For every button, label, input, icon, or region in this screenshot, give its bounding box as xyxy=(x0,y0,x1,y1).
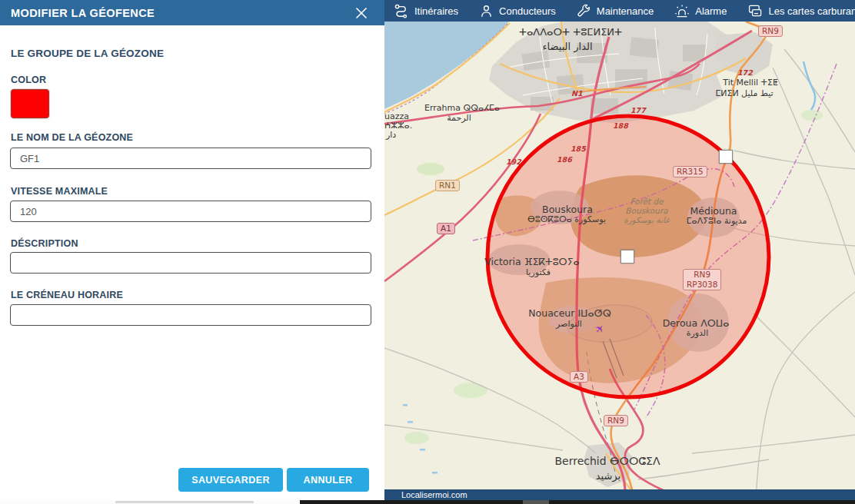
wrench-icon xyxy=(577,4,591,18)
toolbar-label: Les cartes carburant xyxy=(768,5,855,17)
driver-icon xyxy=(479,4,494,18)
place-dar-bouazza-arabic: دار xyxy=(386,130,396,140)
save-button[interactable]: SAUVEGARDER xyxy=(178,468,283,492)
place-victoria: Victoria ⴼⵉⴽⵜⵓⵔⵢⴰ xyxy=(484,256,579,267)
road-badge-rn9-top: RN9 xyxy=(758,25,783,37)
place-nouaceur: Nouaceur ⵏⵡⴰⵚⵕ xyxy=(528,307,611,319)
place-errahma-arabic: الرحمة xyxy=(447,113,471,123)
color-label: COLOR xyxy=(11,75,46,85)
road-badge-a3: A3 xyxy=(570,371,588,383)
road-badge-rn9-rp3038: RN9 RP3038 xyxy=(683,269,721,290)
place-errahma: Errahma ⵕⵕⴰⵃⵎⴰ xyxy=(424,103,500,113)
place-tit-mellil-line2: ⵎⵍⵉⵍ تيط مليل xyxy=(715,88,773,98)
max-speed-input[interactable] xyxy=(10,201,371,222)
cancel-button[interactable]: ANNULER xyxy=(287,468,369,492)
time-slot-input[interactable] xyxy=(10,304,371,326)
toolbar-item-cartes-carburant[interactable]: Les cartes carburant xyxy=(747,3,855,18)
road-badge-rn9-bottom: RN9 xyxy=(604,415,628,426)
panel-header: MODIFIER LA GÉOFENCE xyxy=(0,0,384,25)
top-toolbar: Itinéraires Conducteurs Maintenance xyxy=(384,0,855,22)
toolbar-item-conducteurs[interactable]: Conducteurs xyxy=(479,4,556,18)
place-mediouna-line2: ⵎⴰⴷⵢⵓⵏⴰ مديونة xyxy=(687,216,747,226)
color-swatch[interactable] xyxy=(11,89,49,118)
place-casablanca-tifinagh: ⵜⴰⴷⴷⴰⵔⵜ ⵜⵓⵎⵍⵉⵍⵜ xyxy=(519,26,622,38)
place-berrechid-arabic: برشيد xyxy=(596,470,620,482)
place-mediouna: Médiouna xyxy=(690,205,737,217)
toolbar-label: Conducteurs xyxy=(499,5,556,17)
scrollbar-thumb[interactable] xyxy=(115,501,254,503)
alarm-icon xyxy=(674,4,690,18)
geofence-resize-handle[interactable] xyxy=(719,150,733,164)
description-label: DÉSCRIPTION xyxy=(11,238,78,249)
road-number: 172 xyxy=(737,68,753,77)
place-tit-mellil: Tit Mellil ⵜⵉⵟ xyxy=(723,78,777,88)
time-slot-label: LE CRÉNEAU HORAIRE xyxy=(11,290,123,300)
horizontal-scrollbar-left[interactable] xyxy=(0,500,300,504)
app-window: MODIFIER LA GÉOFENCE LE GROUPE DE LA GÉO… xyxy=(0,0,855,504)
place-foret-arabic: غابة بوسكورة xyxy=(624,215,670,224)
road-badge-rn1: RN1 xyxy=(435,180,460,191)
toolbar-item-maintenance[interactable]: Maintenance xyxy=(577,4,654,18)
place-nouaceur-arabic: النواصر xyxy=(556,319,582,329)
place-deroua: Deroua ⴷⵔⵡⴰ xyxy=(663,317,730,329)
map-canvas[interactable]: N1 192 186 185 188 177 172 RN9 RN1 A1 RR… xyxy=(384,22,855,489)
badge-line: RN9 xyxy=(687,270,717,280)
toolbar-label: Maintenance xyxy=(597,5,654,17)
road-number: 177 xyxy=(630,106,646,114)
road-number: N1 xyxy=(571,89,583,98)
place-bouskoura: Bouskoura xyxy=(542,204,593,215)
place-deroua-arabic: الدورة xyxy=(687,328,709,338)
road-number: 186 xyxy=(557,155,572,164)
description-input[interactable] xyxy=(10,252,371,274)
attribution-text: Localisermoi.com xyxy=(401,489,855,500)
place-foret-line1: Forêt de xyxy=(630,197,663,206)
road-badge-a1: A1 xyxy=(437,223,455,234)
map-pane: Itinéraires Conducteurs Maintenance xyxy=(384,0,855,504)
place-foret-line2: Bouskoura xyxy=(625,206,667,215)
geozone-name-input[interactable] xyxy=(10,148,371,169)
max-speed-label: VITESSE MAXIMALE xyxy=(11,186,108,197)
panel-title: MODIFIER LA GÉOFENCE xyxy=(11,7,155,19)
geozone-name-label: LE NOM DE LA GÉOZONE xyxy=(11,132,133,143)
place-berrechid: Berrechid ⴱⵔⵔⵛⵉⴷ xyxy=(554,455,660,467)
road-number: 188 xyxy=(613,121,628,130)
scrollbar-thumb[interactable] xyxy=(523,500,549,504)
place-victoria-arabic: فكتوريا xyxy=(526,267,551,277)
geofence-edit-panel: MODIFIER LA GÉOFENCE LE GROUPE DE LA GÉO… xyxy=(0,0,384,504)
road-number: 185 xyxy=(571,144,586,153)
group-section-heading: LE GROUPE DE LA GÉOZONE xyxy=(11,48,164,59)
close-icon[interactable] xyxy=(354,5,369,21)
toolbar-label: Alarme xyxy=(695,5,727,17)
toolbar-item-alarme[interactable]: Alarme xyxy=(674,4,727,18)
toolbar-label: Itinéraires xyxy=(414,5,458,17)
map-attribution-bar: Localisermoi.com xyxy=(384,489,855,500)
horizontal-scrollbar-right[interactable] xyxy=(300,500,855,504)
toolbar-item-itineraires[interactable]: Itinéraires xyxy=(394,3,458,18)
place-casablanca-arabic: الدار البيضاء xyxy=(542,41,592,52)
fuel-cards-icon xyxy=(747,3,763,18)
road-number: 192 xyxy=(506,158,521,166)
route-icon xyxy=(394,3,409,18)
geofence-center-handle[interactable] xyxy=(620,250,634,264)
place-bouskoura-line2: ⴱⵓⵙⴽⵓⵔⴰ بوسكورة xyxy=(527,214,606,224)
road-badge-rr315: RR315 xyxy=(673,166,707,177)
badge-line: RP3038 xyxy=(687,280,717,290)
